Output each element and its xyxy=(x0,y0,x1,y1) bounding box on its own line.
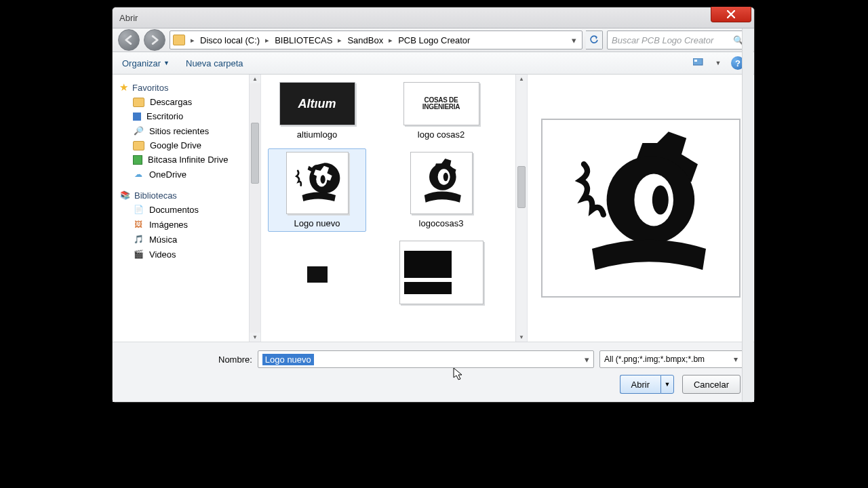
chevron-right-icon[interactable]: ▸ xyxy=(189,36,196,45)
thumbnail: Altıum xyxy=(279,82,355,125)
svg-rect-1 xyxy=(694,60,697,62)
breadcrumb-bibliotecas[interactable]: BIBLIOTECAS xyxy=(272,31,335,49)
scroll-up-icon[interactable]: ▲ xyxy=(252,75,258,83)
libraries-group: 📚 Bibliotecas 📄Documentos 🖼Imágenes 🎵Mús… xyxy=(115,188,258,262)
back-button[interactable] xyxy=(118,29,140,51)
filegrid-scrollbar[interactable]: ▲ ▼ xyxy=(515,75,527,342)
window-title: Abrir xyxy=(119,13,138,23)
help-icon: ? xyxy=(735,58,741,68)
window-scrollbar[interactable] xyxy=(742,28,753,401)
sidebar-item-escritorio[interactable]: Escritorio xyxy=(115,109,258,123)
file-tile-logo-nuevo[interactable]: Logo nuevo xyxy=(268,148,366,232)
toolbar: Organizar ▼ Nueva carpeta ▼ ? xyxy=(113,52,754,75)
scroll-track[interactable] xyxy=(516,83,527,333)
svg-point-9 xyxy=(652,185,669,214)
sidebar-item-documentos[interactable]: 📄Documentos xyxy=(115,202,258,217)
file-tile-test1[interactable]: test1 xyxy=(268,237,366,322)
organize-menu[interactable]: Organizar ▼ xyxy=(122,58,170,68)
thumbnail xyxy=(399,241,484,304)
close-icon xyxy=(727,10,735,18)
sidebar-scrollbar[interactable]: ▲ ▼ xyxy=(249,75,260,342)
breadcrumb-sandbox[interactable]: SandBox xyxy=(344,31,386,49)
nav-row: ▸ Disco local (C:) ▸ BIBLIOTECAS ▸ SandB… xyxy=(113,28,754,52)
recent-icon: 🔎 xyxy=(133,125,144,136)
filetype-filter[interactable]: All (*.png;*.img;*.bmpx;*.bm ▾ xyxy=(599,350,743,368)
view-options-button[interactable] xyxy=(693,57,705,69)
arrow-right-icon xyxy=(150,35,159,45)
breadcrumb-disk[interactable]: Disco local (C:) xyxy=(197,31,262,49)
filter-value: All (*.png;*.img;*.bmpx;*.bm xyxy=(604,354,705,364)
sidebar-item-bitcasa[interactable]: Bitcasa Infinite Drive xyxy=(115,152,258,167)
svg-point-6 xyxy=(443,173,448,182)
chevron-right-icon[interactable]: ▸ xyxy=(264,36,271,45)
preview-image xyxy=(541,119,741,298)
chevron-right-icon[interactable]: ▸ xyxy=(387,36,394,45)
drive-icon xyxy=(133,155,142,165)
desktop-icon xyxy=(133,113,141,121)
filename-input[interactable]: Logo nuevo ▾ xyxy=(258,350,594,368)
scroll-down-icon[interactable]: ▼ xyxy=(252,333,258,342)
chevron-down-icon[interactable]: ▾ xyxy=(730,352,741,366)
sidebar-item-musica[interactable]: 🎵Música xyxy=(115,232,258,247)
preview-pane xyxy=(527,75,754,342)
chevron-down-icon[interactable]: ▾ xyxy=(581,352,592,366)
thumbnail xyxy=(410,152,473,214)
file-grid: Altıum altiumlogo COSAS DEINGENIERIA log… xyxy=(261,75,527,342)
libraries-header[interactable]: 📚 Bibliotecas xyxy=(115,188,258,202)
scroll-up-icon[interactable]: ▲ xyxy=(519,75,524,83)
forward-button[interactable] xyxy=(144,29,165,51)
folder-icon xyxy=(173,35,185,45)
close-button[interactable] xyxy=(711,7,751,22)
file-tile-altiumlogo[interactable]: Altıum altiumlogo xyxy=(268,79,366,143)
chevron-down-icon: ▼ xyxy=(163,60,170,66)
chevron-right-icon[interactable]: ▸ xyxy=(336,36,343,45)
video-icon: 🎬 xyxy=(133,249,144,260)
file-label: logocosas3 xyxy=(419,218,464,228)
search-placeholder: Buscar PCB Logo Creator xyxy=(612,35,713,45)
sidebar-item-videos[interactable]: 🎬Videos xyxy=(115,247,258,262)
file-tile-logo-cosas2[interactable]: COSAS DEINGENIERIA logo cosas2 xyxy=(392,79,490,143)
music-icon: 🎵 xyxy=(133,234,144,245)
sidebar-item-descargas[interactable]: Descargas xyxy=(115,95,258,109)
scroll-thumb[interactable] xyxy=(251,123,259,184)
document-icon: 📄 xyxy=(133,204,144,215)
scroll-thumb[interactable] xyxy=(517,166,526,208)
file-tile-test2[interactable]: test2 xyxy=(392,237,490,322)
file-open-dialog: Abrir ▸ Disco local (C:) ▸ BIBLIOTECAS ▸… xyxy=(112,7,755,403)
gear-logo-icon xyxy=(549,127,732,289)
thumbnail xyxy=(307,266,328,283)
svg-point-3 xyxy=(320,175,325,184)
thumbnail xyxy=(286,152,349,214)
thumbnail: COSAS DEINGENIERIA xyxy=(403,82,479,125)
scroll-track[interactable] xyxy=(250,83,260,333)
image-icon: 🖼 xyxy=(133,219,144,230)
open-button[interactable]: Abrir xyxy=(620,375,660,394)
breadcrumb-pcb-logo-creator[interactable]: PCB Logo Creator xyxy=(395,31,473,49)
file-label: Logo nuevo xyxy=(294,218,340,228)
sidebar-item-onedrive[interactable]: ☁OneDrive xyxy=(115,167,258,182)
file-label: altiumlogo xyxy=(297,129,337,140)
view-icon xyxy=(693,58,705,68)
cancel-button[interactable]: Cancelar xyxy=(682,375,741,394)
sidebar-item-google-drive[interactable]: Google Drive xyxy=(115,138,258,152)
open-dropdown[interactable]: ▼ xyxy=(660,375,674,394)
favorites-header[interactable]: ★ Favoritos xyxy=(115,80,258,95)
dialog-body: ★ Favoritos Descargas Escritorio 🔎Sitios… xyxy=(113,75,754,342)
filename-value: Logo nuevo xyxy=(262,354,314,365)
gear-logo-icon xyxy=(287,152,348,214)
file-tile-logocosas3[interactable]: logocosas3 xyxy=(392,148,490,232)
new-folder-button[interactable]: Nueva carpeta xyxy=(186,58,243,68)
sidebar: ★ Favoritos Descargas Escritorio 🔎Sitios… xyxy=(113,75,261,342)
search-input[interactable]: Buscar PCB Logo Creator 🔍 xyxy=(607,30,749,49)
scroll-down-icon[interactable]: ▼ xyxy=(519,333,524,342)
address-history-dropdown[interactable]: ▾ xyxy=(568,31,579,49)
view-dropdown[interactable]: ▼ xyxy=(712,57,724,69)
arrow-left-icon xyxy=(124,35,134,45)
refresh-icon xyxy=(589,35,599,45)
refresh-button[interactable] xyxy=(586,30,603,49)
folder-icon xyxy=(133,98,144,107)
sidebar-item-imagenes[interactable]: 🖼Imágenes xyxy=(115,217,258,232)
cloud-icon: ☁ xyxy=(133,169,144,180)
address-bar[interactable]: ▸ Disco local (C:) ▸ BIBLIOTECAS ▸ SandB… xyxy=(170,30,583,49)
sidebar-item-sitios-recientes[interactable]: 🔎Sitios recientes xyxy=(115,123,258,138)
